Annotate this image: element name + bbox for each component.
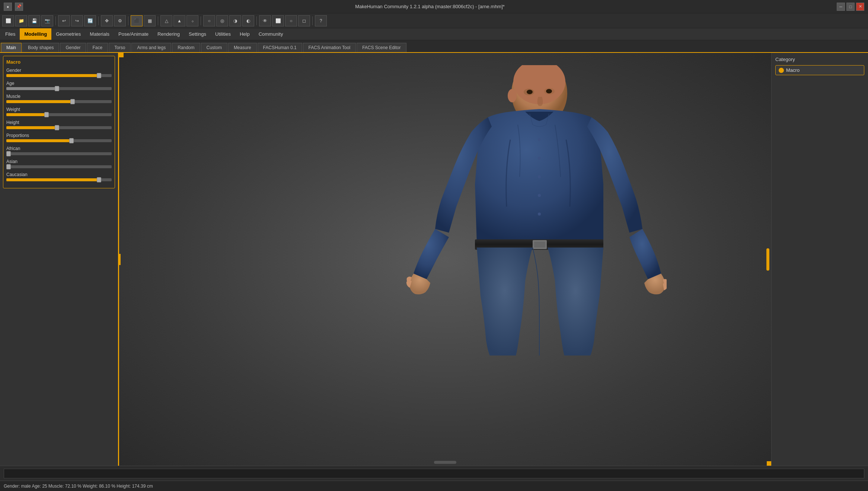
sphere4-button[interactable]: ◐ [242,15,254,26]
move-tool[interactable]: ✥ [101,15,113,26]
height-fill [6,126,57,129]
tab-facshuman[interactable]: FACSHuman 0.1 [258,43,302,52]
muscle-track[interactable] [6,100,112,103]
viewport-scrollbar[interactable] [766,248,769,271]
sphere1-button[interactable]: ○ [203,15,215,26]
tab-main[interactable]: Main [1,43,22,52]
african-thumb[interactable] [6,151,11,156]
macro-title: Macro [6,59,112,65]
svg-point-9 [538,157,541,160]
help-button[interactable]: ? [315,15,327,26]
gender-thumb[interactable] [97,73,101,78]
open-button[interactable]: 📁 [15,15,27,26]
info-bar [0,466,868,481]
menu-modelling[interactable]: Modelling [20,28,51,40]
muscle-thumb[interactable] [70,99,75,104]
undo-button[interactable]: ↩ [58,15,70,26]
menu-help[interactable]: Help [235,28,254,40]
human-figure [406,65,667,356]
age-thumb[interactable] [55,86,59,91]
menu-rendering[interactable]: Rendering [153,28,184,40]
height-track[interactable] [6,126,112,129]
sphere2-button[interactable]: ◎ [216,15,228,26]
tab-facs-scene[interactable]: FACS Scene Editor [357,43,406,52]
window-controls: ─ □ ✕ [837,3,864,11]
menu-geometries[interactable]: Geometries [51,28,85,40]
weight-thumb[interactable] [44,112,49,117]
proportions-label: Proportions [6,133,112,138]
refresh-button[interactable]: 🔄 [84,15,96,26]
age-label: Age [6,81,112,86]
category-macro-label: Macro [786,67,800,73]
new-button[interactable]: ⬜ [2,15,14,26]
category-macro-item[interactable]: Macro [775,65,864,75]
square2-button[interactable]: ◻ [298,15,310,26]
grid2-button[interactable]: ▦ [144,15,156,26]
weight-track[interactable] [6,113,112,116]
eye-button[interactable]: 👁 [259,15,271,26]
african-track[interactable] [6,152,112,155]
tri3-button[interactable]: ⬦ [186,15,198,26]
separator5 [201,16,201,25]
pin-button[interactable]: 📌 [15,3,23,11]
box2-button[interactable]: ⬜ [272,15,284,26]
gender-label: Gender [6,68,112,73]
muscle-slider-group: Muscle [6,94,112,103]
age-track[interactable] [6,87,112,90]
tab-gender[interactable]: Gender [60,43,86,52]
titlebar-left: ● 📌 [4,3,23,11]
tab-measure[interactable]: Measure [228,43,257,52]
tab-body-shapes[interactable]: Body shapes [22,43,59,52]
rotate-tool[interactable]: ⚙ [114,15,126,26]
tab-torso[interactable]: Torso [109,43,131,52]
height-thumb[interactable] [55,125,59,130]
asian-thumb[interactable] [6,164,11,169]
proportions-track[interactable] [6,139,112,142]
minimize-button[interactable]: ─ [837,3,845,11]
asian-track[interactable] [6,165,112,168]
toolbar: ⬜ 📁 💾 📷 ↩ ↪ 🔄 ✥ ⚙ ⬛ ▦ △ ▲ ⬦ ○ ◎ ◑ ◐ 👁 ⬜ … [0,13,868,28]
menu-community[interactable]: Community [254,28,288,40]
caucasian-thumb[interactable] [97,177,101,182]
screenshot-button[interactable]: 📷 [41,15,53,26]
tab-random[interactable]: Random [172,43,200,52]
save-button[interactable]: 💾 [28,15,40,26]
3d-viewport[interactable] [119,53,771,466]
app-logo-button[interactable]: ● [4,3,12,11]
tab-face[interactable]: Face [87,43,108,52]
info-input[interactable] [4,469,864,478]
tab-arms-legs[interactable]: Arms and legs [131,43,171,52]
caucasian-track[interactable] [6,178,112,181]
menu-utilities[interactable]: Utilities [211,28,235,40]
proportions-thumb[interactable] [69,138,74,143]
gender-track[interactable] [6,74,112,77]
african-label: African [6,146,112,151]
tri2-button[interactable]: ▲ [173,15,185,26]
viewport-hscrollbar[interactable] [434,461,456,464]
separator7 [312,16,313,25]
close-button[interactable]: ✕ [856,3,864,11]
grid-button[interactable]: ⬛ [131,15,143,26]
asian-slider-group: Asian [6,159,112,168]
svg-point-5 [527,90,533,94]
caucasian-fill [6,178,99,181]
separator3 [128,16,128,25]
menu-pose-animate[interactable]: Pose/Animate [114,28,153,40]
svg-point-11 [538,194,541,197]
asian-label: Asian [6,159,112,164]
height-slider-group: Height [6,120,112,129]
tri1-button[interactable]: △ [160,15,172,26]
circle2-button[interactable]: ○ [285,15,297,26]
title-bar: ● 📌 MakeHuman Community 1.2.1 alpha (mas… [0,0,868,13]
menu-files[interactable]: Files [1,28,20,40]
height-label: Height [6,120,112,125]
tab-custom[interactable]: Custom [201,43,227,52]
menu-settings[interactable]: Settings [184,28,211,40]
maximize-button[interactable]: □ [846,3,855,11]
menu-materials[interactable]: Materials [85,28,114,40]
tab-facs-animation[interactable]: FACS Animation Tool [303,43,356,52]
proportions-fill [6,139,71,142]
weight-slider-group: Weight [6,107,112,116]
sphere3-button[interactable]: ◑ [229,15,241,26]
redo-button[interactable]: ↪ [71,15,83,26]
